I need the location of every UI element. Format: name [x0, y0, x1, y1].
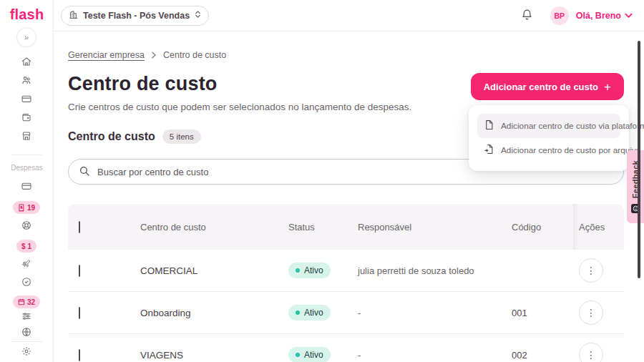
page-header-text: Centro de custo Crie centros de custo qu… — [68, 73, 411, 112]
sidebar-item-receipts-badge[interactable]: 19 — [13, 201, 40, 214]
sidebar-item-store[interactable] — [21, 131, 32, 145]
topbar-right: BP Olá, Breno — [521, 6, 633, 25]
column-header: Responsável — [358, 222, 512, 233]
table-body: COMERCIAL Ativo julia perretti de souza … — [68, 250, 624, 362]
sidebar-item-global[interactable] — [21, 327, 32, 341]
chevrons-right-icon: » — [24, 33, 29, 41]
credit-card-icon — [21, 94, 32, 107]
badge-count: 19 — [27, 204, 35, 212]
sidebar-item-cards[interactable] — [21, 94, 32, 107]
avatar[interactable]: BP — [550, 6, 569, 25]
status-dot-icon — [296, 310, 300, 315]
dollar-icon: $ — [21, 243, 26, 250]
users-icon — [21, 75, 32, 89]
greeting-text: Olá, Breno — [576, 11, 621, 21]
row-actions-button[interactable]: ⋮ — [579, 343, 603, 362]
breadcrumb: Gerenciar empresa Centro de custo — [68, 50, 624, 60]
status-badge: Ativo — [304, 350, 323, 360]
sidebar: flash » Despesas 19 $1 32 — [0, 0, 54, 362]
status-cell: Ativo — [288, 347, 358, 362]
select-all-checkbox[interactable] — [79, 221, 80, 233]
header-checkbox-cell — [68, 222, 140, 233]
add-cost-center-button[interactable]: Adicionar centro de custo + — [471, 73, 624, 100]
cost-center-code: 002 — [512, 350, 573, 361]
menu-item-label: Adicionar centro de custo por arquivo — [501, 145, 640, 155]
status-badge: Ativo — [304, 265, 323, 275]
company-selector[interactable]: Teste Flash - Pós Vendas — [61, 6, 209, 26]
row-actions-button[interactable]: ⋮ — [579, 300, 603, 325]
table-row: COMERCIAL Ativo julia perretti de souza … — [68, 250, 624, 292]
company-name: Teste Flash - Pós Vendas — [83, 11, 190, 21]
main-content: Gerenciar empresa Centro de custo Centro… — [68, 31, 624, 362]
section-title: Centro de custo — [68, 130, 155, 143]
status-cell: Ativo — [288, 263, 358, 278]
status-dot-icon — [296, 353, 300, 357]
cost-center-name: COMERCIAL — [140, 265, 288, 276]
responsible-name: - — [358, 308, 512, 318]
menu-item-label: Adicionar centro de custo via plataforma — [501, 121, 644, 131]
row-actions-cell: ⋮ — [573, 258, 624, 283]
add-button-label: Adicionar centro de custo — [484, 82, 598, 92]
row-actions-button[interactable]: ⋮ — [579, 258, 603, 283]
bell-icon — [521, 9, 533, 23]
topbar: Teste Flash - Pós Vendas BP Olá, Breno — [54, 0, 644, 31]
sliders-icon — [21, 311, 32, 325]
sidebar-item-calendar-badge[interactable]: 32 — [13, 295, 40, 308]
table-row: Onboarding Ativo - 001 ⋮ — [68, 292, 624, 334]
notifications-button[interactable] — [521, 9, 533, 23]
lifebuoy-icon — [21, 220, 32, 234]
cost-center-code: 001 — [512, 308, 573, 318]
breadcrumb-parent-link[interactable]: Gerenciar empresa — [68, 50, 145, 60]
sidebar-item-preferences[interactable] — [21, 311, 32, 325]
page-subtitle: Crie centros de custo que podem ser sele… — [68, 102, 411, 112]
column-header: Centro de custo — [140, 222, 288, 233]
sidebar-item-wallet[interactable] — [21, 112, 32, 126]
row-checkbox[interactable] — [79, 265, 80, 277]
menu-item-por-arquivo[interactable]: Adicionar centro de custo por arquivo — [477, 138, 620, 162]
user-menu[interactable]: Olá, Breno — [576, 11, 633, 21]
credit-card-icon — [21, 181, 32, 195]
calendar-icon — [18, 298, 25, 305]
page-title: Centro de custo — [68, 73, 411, 95]
clock-check-icon — [21, 277, 32, 290]
row-checkbox-cell — [68, 350, 140, 361]
sidebar-item-money-badge[interactable]: $1 — [16, 240, 36, 253]
status-dot-icon — [296, 268, 300, 273]
kebab-icon: ⋮ — [586, 307, 596, 318]
status-badge: Ativo — [304, 308, 323, 318]
building-icon — [69, 10, 78, 21]
sidebar-item-travel[interactable] — [21, 258, 32, 272]
kebab-icon: ⋮ — [586, 265, 596, 276]
document-icon — [484, 119, 494, 132]
feedback-tab[interactable]: Feedback — [627, 150, 644, 223]
plus-icon: + — [604, 81, 611, 93]
search-icon — [79, 165, 90, 180]
row-checkbox[interactable] — [79, 349, 80, 361]
kebab-icon: ⋮ — [586, 349, 596, 361]
responsible-name: - — [358, 350, 512, 361]
sidebar-item-home[interactable] — [21, 57, 32, 70]
cost-center-name: VIAGENS — [140, 350, 288, 361]
row-actions-cell: ⋮ — [573, 300, 624, 325]
wallet-icon — [21, 112, 32, 126]
sidebar-divider — [11, 155, 42, 155]
sidebar-item-expense-cards[interactable] — [21, 181, 32, 195]
menu-item-via-plataforma[interactable]: Adicionar centro de custo via plataforma — [477, 114, 620, 138]
sidebar-item-settings[interactable] — [21, 346, 32, 360]
row-actions-cell: ⋮ — [573, 343, 624, 362]
column-header-actions: Ações — [573, 204, 624, 250]
responsible-name: julia perretti de souza toledo — [358, 265, 512, 276]
sidebar-expand-button[interactable]: » — [16, 27, 36, 47]
row-checkbox[interactable] — [79, 307, 80, 319]
sidebar-item-people[interactable] — [21, 75, 32, 89]
vertical-scrollbar[interactable] — [638, 41, 640, 278]
chevron-down-icon — [625, 11, 633, 21]
home-icon — [21, 57, 32, 70]
updown-chevron-icon — [195, 10, 201, 21]
sidebar-item-help[interactable] — [21, 220, 32, 234]
sidebar-item-approvals[interactable] — [21, 277, 32, 290]
badge-count: 1 — [28, 243, 32, 250]
gear-icon — [21, 346, 32, 360]
table-row: VIAGENS Ativo - 002 ⋮ — [68, 334, 624, 362]
add-cost-center-menu: Adicionar centro de custo via plataforma… — [469, 105, 629, 171]
